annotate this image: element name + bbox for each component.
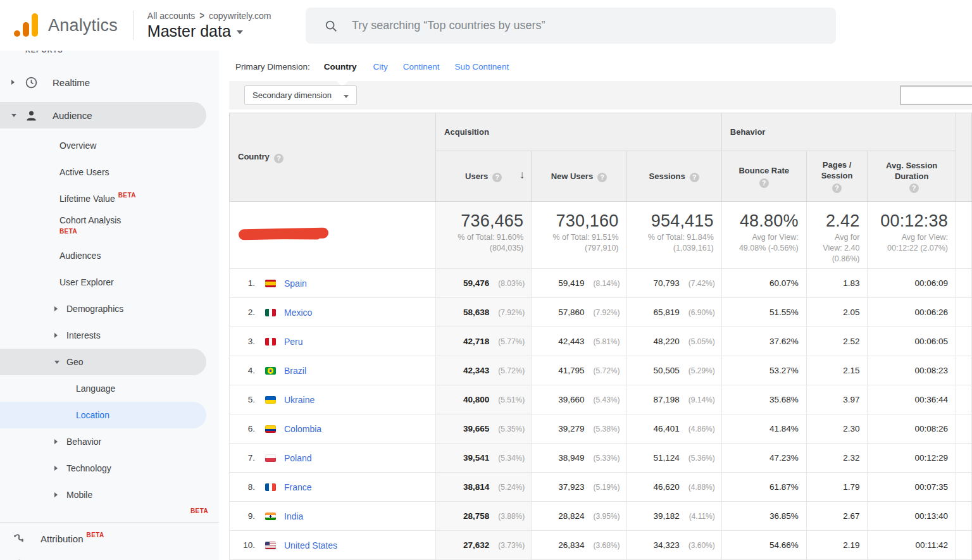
country-link[interactable]: Mexico xyxy=(284,308,312,318)
breadcrumb-all-accounts[interactable]: All accounts xyxy=(147,11,195,21)
sidebar-item-label: Interests xyxy=(66,330,101,340)
users-cell: 38,814(5.24%) xyxy=(436,473,532,502)
avg-session-duration-cell: 00:06:05 xyxy=(868,327,956,356)
country-link[interactable]: Spain xyxy=(284,278,307,289)
sort-descending-icon[interactable]: ↓ xyxy=(520,169,525,182)
country-cell: 9. India xyxy=(230,502,436,531)
dimension-tab-sub-continent[interactable]: Sub Continent xyxy=(455,62,509,72)
help-icon[interactable]: ? xyxy=(759,178,769,188)
pages-session-cell: 1.83 xyxy=(806,269,868,298)
sessions-cell: 34,323(3.60%) xyxy=(626,531,721,560)
dimension-tab-city[interactable]: City xyxy=(373,62,388,72)
column-header-new-users[interactable]: New Users? xyxy=(532,151,626,202)
sidebar-item-beta-partial[interactable]: BETA xyxy=(0,509,206,520)
sidebar-item-discover[interactable]: Discover xyxy=(0,552,206,560)
column-header-avg-session-duration[interactable]: Avg. Session Duration? xyxy=(868,151,956,202)
column-header-country[interactable]: Country? xyxy=(230,113,436,202)
sidebar-item-audiences[interactable]: Audiences xyxy=(0,242,206,269)
column-header-users[interactable]: Users? ↓ xyxy=(436,151,532,202)
country-flag-icon xyxy=(265,454,276,462)
sidebar-item-attribution[interactable]: AttributionBETA xyxy=(0,525,206,552)
sidebar-item-location[interactable]: Location xyxy=(0,402,206,428)
sessions-cell: 87,198(9.14%) xyxy=(626,385,721,414)
sliver-cell xyxy=(956,298,971,327)
country-link[interactable]: India xyxy=(284,511,303,521)
country-link[interactable]: Poland xyxy=(284,453,312,463)
sidebar-item-label: Location xyxy=(76,410,109,420)
country-cell: 7. Poland xyxy=(230,444,436,473)
primary-dimension-label: Primary Dimension: xyxy=(235,62,310,72)
report-content: Primary Dimension: Country CityContinent… xyxy=(219,51,972,560)
sidebar-item-interests[interactable]: Interests xyxy=(0,322,206,349)
help-icon[interactable]: ? xyxy=(690,173,699,182)
sidebar-item-mobile[interactable]: Mobile xyxy=(0,482,206,508)
chevron-right-icon xyxy=(54,492,61,497)
sidebar-item-active-users[interactable]: Active Users xyxy=(0,159,206,185)
help-icon[interactable]: ? xyxy=(492,173,502,182)
sidebar-item-cohort-analysis[interactable]: Cohort AnalysisBETA xyxy=(0,212,206,242)
avg-session-duration-cell: 00:13:40 xyxy=(868,502,956,531)
table-row: 10. United States 27,632(3.73%) 26,834(3… xyxy=(230,531,972,560)
dimension-tab-country[interactable]: Country xyxy=(324,62,357,72)
sessions-cell: 48,220(5.05%) xyxy=(626,327,721,356)
column-header-bounce-rate[interactable]: Bounce Rate? xyxy=(721,151,806,202)
help-icon[interactable]: ? xyxy=(597,173,607,182)
help-icon[interactable]: ? xyxy=(274,154,284,163)
country-flag-icon xyxy=(265,309,276,316)
sliver-cell xyxy=(956,473,971,502)
sidebar-item-language[interactable]: Language xyxy=(0,375,206,402)
sidebar-item-lifetime-value[interactable]: Lifetime ValueBETA xyxy=(0,185,206,212)
country-cell: 2. Mexico xyxy=(230,298,436,327)
summary-row: 736,465 % of Total: 91.60% (804,035) 730… xyxy=(230,202,972,269)
sidebar-item-user-explorer[interactable]: User Explorer xyxy=(0,269,206,296)
row-rank: 3. xyxy=(239,337,255,346)
global-search-input[interactable] xyxy=(352,8,836,44)
sliver-cell xyxy=(956,502,971,531)
new-users-cell: 38,949(5.33%) xyxy=(532,444,626,473)
analytics-app: Analytics All accounts > copywritely.com… xyxy=(0,0,972,560)
chevron-down-icon xyxy=(344,95,349,98)
sidebar-item-label: Realtime xyxy=(53,77,90,88)
table-search-input[interactable] xyxy=(900,85,972,105)
users-cell: 39,665(5.35%) xyxy=(436,414,532,444)
sidebar-item-audience[interactable]: Audience xyxy=(0,102,206,128)
secondary-dimension-button[interactable]: Secondary dimension xyxy=(244,85,357,105)
country-link[interactable]: Ukraine xyxy=(284,395,315,405)
summary-users: 736,465 % of Total: 91.60% (804,035) xyxy=(436,202,532,269)
column-header-sessions[interactable]: Sessions? xyxy=(626,151,721,202)
country-link[interactable]: Peru xyxy=(284,337,303,347)
summary-avg-session-duration: 00:12:38 Avg for View: 00:12:22 (2.07%) xyxy=(868,202,956,269)
row-rank: 9. xyxy=(239,511,255,521)
table-row: 1. Spain 59,476(8.03%) 59,419(8.14%) 70,… xyxy=(230,269,972,298)
search-icon xyxy=(324,19,338,33)
country-link[interactable]: Brazil xyxy=(284,366,306,376)
redacted-label xyxy=(239,228,328,240)
sidebar-item-technology[interactable]: Technology xyxy=(0,455,206,482)
view-selector[interactable]: Master data xyxy=(147,22,271,40)
global-search[interactable] xyxy=(306,8,836,44)
help-icon[interactable]: ? xyxy=(832,184,842,193)
help-icon[interactable]: ? xyxy=(909,184,919,193)
bounce-rate-cell: 47.23% xyxy=(721,444,806,473)
sidebar-item-overview[interactable]: Overview xyxy=(0,132,206,159)
new-users-cell: 37,923(5.19%) xyxy=(532,473,626,502)
country-cell: 3. Peru xyxy=(230,327,436,356)
dimension-tab-continent[interactable]: Continent xyxy=(403,62,440,72)
sidebar-item-demographics[interactable]: Demographics xyxy=(0,296,206,322)
chevron-down-icon xyxy=(237,30,243,34)
sidebar-item-label: User Explorer xyxy=(59,277,114,287)
country-link[interactable]: France xyxy=(284,482,312,492)
users-cell: 40,800(5.51%) xyxy=(436,385,532,414)
avg-session-duration-cell: 00:36:44 xyxy=(868,385,956,414)
breadcrumb-account[interactable]: copywritely.com xyxy=(209,11,271,21)
country-flag-icon xyxy=(265,425,276,433)
column-header-pages-session[interactable]: Pages / Session? xyxy=(806,151,868,202)
sidebar-item-behavior[interactable]: Behavior xyxy=(0,428,206,455)
country-link[interactable]: United States xyxy=(284,540,337,551)
table-row: 4. Brazil 42,343(5.72%) 41,795(5.72%) 50… xyxy=(230,356,972,385)
sidebar-item-geo[interactable]: Geo xyxy=(0,349,206,375)
country-link[interactable]: Colombia xyxy=(284,424,321,434)
view-name[interactable]: Master data xyxy=(147,22,231,40)
pages-session-cell: 2.15 xyxy=(806,356,868,385)
sidebar-item-realtime[interactable]: Realtime xyxy=(0,69,206,96)
